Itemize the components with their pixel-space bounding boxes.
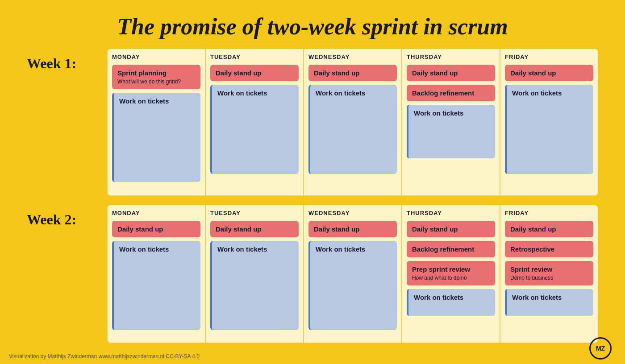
backlog-refinement-w1: Backlog refinement [407, 85, 495, 101]
week2-thursday-header: THURSDAY [407, 210, 495, 216]
week2-friday: FRIDAY Daily stand up Retrospective Spri… [500, 205, 598, 343]
week2-friday-header: FRIDAY [505, 210, 593, 216]
week1-monday: MONDAY Sprint planning What will we do t… [107, 49, 205, 196]
work-tickets-w1-mon: Work on tickets [112, 93, 200, 182]
week2-row: Week 2: MONDAY Daily stand up Work on ti… [27, 205, 598, 343]
week1-thursday-header: THURSDAY [407, 54, 495, 60]
week1-friday-header: FRIDAY [505, 54, 593, 60]
sprint-planning-subtitle: What will we do this grind? [117, 79, 195, 85]
work-tickets-w1-wed: Work on tickets [308, 85, 397, 174]
week2-days-grid: MONDAY Daily stand up Work on tickets TU… [107, 205, 598, 343]
standup-w2-tue: Daily stand up [210, 221, 299, 237]
retrospective-card: Retrospective [505, 241, 593, 257]
work-tickets-w2-mon: Work on tickets [112, 241, 200, 330]
standup-w1-thu: Daily stand up [407, 65, 495, 81]
work-tickets-w1-fri: Work on tickets [505, 85, 593, 174]
prep-sprint-review: Prep sprint review How and what to demo [407, 261, 495, 285]
standup-w2-thu: Daily stand up [407, 221, 495, 237]
sprint-planning-label: Sprint planning [117, 69, 167, 77]
week1-label: Week 1: [27, 49, 107, 72]
standup-w2-wed: Daily stand up [308, 221, 397, 237]
standup-w1-wed: Daily stand up [308, 65, 397, 81]
week1-wednesday: WEDNESDAY Daily stand up Work on tickets [304, 49, 402, 196]
week1-friday: FRIDAY Daily stand up Work on tickets [500, 49, 598, 196]
standup-w1-fri: Daily stand up [505, 65, 593, 81]
standup-w2-mon: Daily stand up [112, 221, 200, 237]
week2-monday: MONDAY Daily stand up Work on tickets [107, 205, 205, 343]
week2-thursday: THURSDAY Daily stand up Backlog refineme… [402, 205, 500, 343]
week2-wednesday-header: WEDNESDAY [308, 210, 397, 216]
work-tickets-w2-fri: Work on tickets [505, 289, 593, 316]
week1-row: Week 1: MONDAY Sprint planning What will… [27, 49, 598, 196]
sprint-planning-card: Sprint planning What will we do this gri… [112, 65, 200, 89]
week1-days-grid: MONDAY Sprint planning What will we do t… [107, 49, 598, 196]
backlog-refinement-w2: Backlog refinement [407, 241, 495, 257]
work-tickets-w1-thu: Work on tickets [407, 105, 495, 158]
sprint-review-card: Sprint review Demo to business [505, 261, 593, 285]
schedule-container: Week 1: MONDAY Sprint planning What will… [0, 49, 625, 343]
week1-monday-header: MONDAY [112, 54, 200, 60]
work-tickets-w2-thu: Work on tickets [407, 289, 495, 316]
week1-thursday: THURSDAY Daily stand up Backlog refineme… [402, 49, 500, 196]
work-tickets-w2-tue: Work on tickets [210, 241, 299, 330]
week1-tuesday: TUESDAY Daily stand up Work on tickets [205, 49, 304, 196]
work-tickets-w2-wed: Work on tickets [308, 241, 397, 330]
week2-tuesday-header: TUESDAY [210, 210, 299, 216]
week2-wednesday: WEDNESDAY Daily stand up Work on tickets [304, 205, 402, 343]
sprint-review-label: Sprint review [510, 265, 552, 273]
standup-w2-fri: Daily stand up [505, 221, 593, 237]
week2-tuesday: TUESDAY Daily stand up Work on tickets [205, 205, 304, 343]
work-tickets-w1-tue: Work on tickets [210, 85, 299, 174]
page-title: The promise of two-week sprint in scrum [0, 0, 625, 49]
week2-monday-header: MONDAY [112, 210, 200, 216]
prep-sprint-review-subtitle: How and what to demo [412, 275, 490, 281]
logo: MZ [589, 337, 612, 360]
standup-w1-tue: Daily stand up [210, 65, 299, 81]
week1-tuesday-header: TUESDAY [210, 54, 299, 60]
footer-text: Visualization by Matthijs Zwinderman www… [9, 353, 200, 360]
week2-label: Week 2: [27, 205, 107, 228]
sprint-review-subtitle: Demo to business [510, 275, 588, 281]
week1-wednesday-header: WEDNESDAY [308, 54, 397, 60]
prep-sprint-review-label: Prep sprint review [412, 265, 470, 273]
